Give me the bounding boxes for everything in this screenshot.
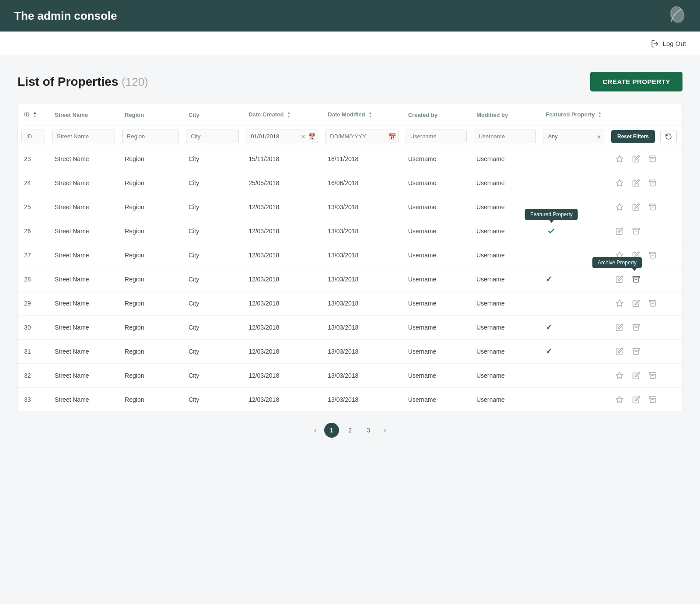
edit-button[interactable] (630, 201, 642, 213)
col-featured[interactable]: Featured Property ▲ ▼ (539, 104, 608, 126)
check-icon (547, 227, 555, 235)
cell-city: City (182, 171, 242, 195)
cell-date-modified: 13/03/2018 (322, 316, 402, 340)
cell-date-modified: 13/03/2018 (322, 195, 402, 219)
edit-button[interactable] (630, 298, 642, 309)
table-row: 30 Street Name Region City 12/03/2018 13… (18, 316, 682, 340)
cell-street: Street Name (49, 267, 119, 291)
cell-actions (608, 219, 682, 243)
col-date-modified[interactable]: Date Modified ▲ ▼ (322, 104, 402, 126)
archive-button[interactable] (647, 249, 658, 261)
archive-button[interactable] (630, 346, 642, 357)
filter-date-modified-input[interactable] (325, 130, 398, 143)
feature-button[interactable] (614, 177, 625, 189)
cell-featured: ✓ (539, 267, 608, 291)
cell-date-modified: 16/06/2018 (322, 171, 402, 195)
leaf-logo-icon (665, 5, 686, 26)
feature-button[interactable] (614, 153, 625, 165)
archive-button[interactable] (630, 322, 642, 333)
pagination-page-1[interactable]: 1 (324, 423, 339, 438)
archive-button[interactable] (630, 225, 642, 237)
edit-button[interactable] (630, 177, 642, 189)
archive-button[interactable] (647, 153, 658, 165)
featured-sort-arrows: ▲ ▼ (598, 111, 602, 119)
feature-button[interactable] (614, 298, 625, 309)
archive-icon (649, 203, 657, 211)
filter-date-created-input[interactable] (246, 130, 318, 143)
pencil-icon (632, 203, 640, 211)
col-city: City (182, 104, 242, 126)
pagination-prev-button[interactable]: ‹ (310, 424, 321, 437)
feature-toggle-button-26[interactable] (546, 225, 557, 237)
filter-id-input[interactable] (21, 130, 45, 143)
cell-modified-by: Username (470, 195, 540, 219)
filter-region-input[interactable] (122, 130, 179, 143)
archive-button[interactable] (647, 298, 658, 309)
cell-created-by: Username (402, 291, 470, 316)
cell-created-by: Username (402, 195, 470, 219)
archive-icon (632, 323, 640, 331)
create-property-button[interactable]: CREATE PROPERTY (590, 72, 682, 91)
pagination-next-button[interactable]: › (379, 424, 390, 437)
archive-button[interactable] (647, 394, 658, 405)
filter-city-input[interactable] (186, 130, 239, 143)
table-row: 29 Street Name Region City 12/03/2018 13… (18, 291, 682, 316)
cell-city: City (182, 195, 242, 219)
cell-featured (539, 195, 608, 219)
cell-date-modified: 13/03/2018 (322, 388, 402, 412)
filter-created-by-input[interactable] (406, 130, 467, 143)
logout-button[interactable]: Log Out (651, 39, 686, 48)
feature-button[interactable] (614, 394, 625, 405)
col-id[interactable]: ID ▲ ▼ (18, 104, 49, 126)
svg-rect-12 (633, 228, 639, 230)
col-date-created[interactable]: Date Created ▲ ▼ (242, 104, 322, 126)
feature-button[interactable] (614, 201, 625, 213)
table-header-row: ID ▲ ▼ Street Name Region City (18, 104, 682, 126)
table-row: 33 Street Name Region City 12/03/2018 13… (18, 388, 682, 412)
cell-featured (539, 171, 608, 195)
edit-button[interactable] (614, 322, 625, 333)
cell-modified-by: Username (470, 364, 540, 388)
svg-rect-24 (633, 348, 639, 350)
cell-modified-by: Username (470, 243, 540, 267)
edit-button[interactable] (630, 249, 642, 261)
archive-button-28[interactable] (630, 274, 642, 285)
edit-button[interactable] (630, 394, 642, 405)
svg-marker-19 (616, 300, 623, 306)
col-actions (608, 104, 682, 126)
pagination-page-2[interactable]: 2 (343, 423, 357, 438)
pagination-page-3[interactable]: 3 (361, 423, 376, 438)
svg-rect-15 (649, 252, 656, 254)
reset-filters-button[interactable]: Reset Filters (611, 130, 655, 143)
refresh-icon (665, 133, 672, 140)
archive-button[interactable] (647, 177, 658, 189)
filter-street-input[interactable] (52, 130, 115, 143)
date-created-clear-button[interactable]: ✕ (301, 133, 306, 140)
edit-button[interactable] (614, 225, 625, 237)
reset-icon-button[interactable] (660, 130, 677, 143)
archive-icon (632, 227, 640, 235)
feature-button[interactable] (614, 249, 625, 261)
svg-marker-6 (616, 180, 623, 186)
filter-modified-by-input[interactable] (474, 130, 536, 143)
cell-actions (608, 316, 682, 340)
cell-featured (539, 291, 608, 316)
archive-button[interactable] (647, 201, 658, 213)
cell-actions (608, 291, 682, 316)
cell-modified-by: Username (470, 388, 540, 412)
pencil-icon (632, 155, 640, 163)
cell-date-created: 12/03/2018 (242, 340, 322, 364)
edit-button[interactable] (630, 370, 642, 381)
cell-region: Region (119, 364, 182, 388)
edit-button[interactable] (614, 346, 625, 357)
feature-button[interactable] (614, 370, 625, 381)
svg-marker-3 (616, 156, 623, 162)
cell-city: City (182, 340, 242, 364)
cell-modified-by: Username (470, 219, 540, 243)
filter-featured-select[interactable]: Any Yes No (543, 130, 604, 143)
svg-rect-17 (633, 276, 639, 278)
edit-button[interactable] (630, 153, 642, 165)
filter-id-cell (18, 126, 49, 147)
edit-button[interactable] (614, 274, 625, 285)
archive-button[interactable] (647, 370, 658, 381)
